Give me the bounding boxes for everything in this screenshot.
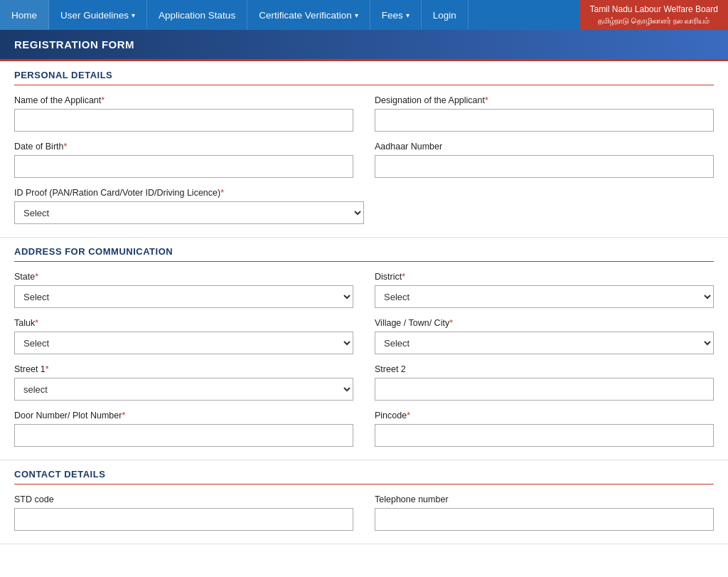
taluk-village-row: Taluk* Select Village / Town/ City* Sele… (14, 318, 714, 354)
taluk-select[interactable]: Select (14, 332, 353, 354)
nav-user-guidelines-label: User Guidelines (60, 10, 129, 21)
id-proof-select[interactable]: Select (14, 201, 364, 224)
aadhaar-label: Aadhaar Number (375, 142, 714, 152)
nav-home[interactable]: Home (0, 0, 49, 30)
taluk-group: Taluk* Select (14, 318, 353, 354)
contact-title: CONTACT DETAILS (14, 469, 714, 485)
std-label: STD code (14, 494, 353, 504)
nav-fees-label: Fees (382, 10, 403, 21)
designation-label: Designation of the Applicant* (375, 95, 714, 105)
dob-aadhaar-row: Date of Birth* Aadhaar Number (14, 142, 714, 178)
personal-details-section: PERSONAL DETAILS Name of the Applicant* … (0, 61, 728, 238)
chevron-down-icon: ▾ (355, 11, 358, 19)
district-label: District* (375, 272, 714, 282)
designation-group: Designation of the Applicant* (375, 95, 714, 132)
form-header: REGISTRATION FORM (0, 30, 728, 61)
pincode-label: Pincode* (375, 411, 714, 420)
street2-group: Street 2 (375, 364, 714, 401)
street1-label: Street 1* (14, 364, 353, 374)
id-proof-row: ID Proof (PAN/Ration Card/Voter ID/Drivi… (14, 188, 714, 224)
dob-group: Date of Birth* (14, 142, 353, 178)
address-title: ADDRESS FOR COMMUNICATION (14, 246, 714, 262)
pincode-input[interactable] (375, 424, 714, 447)
nav-application-status-label: Application Status (159, 10, 235, 21)
nav-home-label: Home (11, 10, 37, 21)
dob-label: Date of Birth* (14, 142, 353, 152)
chevron-down-icon: ▾ (132, 11, 135, 19)
form-header-title: REGISTRATION FORM (14, 38, 134, 51)
nav-certificate-verification[interactable]: Certificate Verification ▾ (247, 0, 370, 30)
state-district-row: State* Select District* Select (14, 272, 714, 308)
district-select[interactable]: Select (375, 285, 714, 308)
name-designation-row: Name of the Applicant* Designation of th… (14, 95, 714, 132)
state-label: State* (14, 272, 353, 282)
nav-application-status[interactable]: Application Status (147, 0, 247, 30)
main-nav: Home User Guidelines ▾ Application Statu… (0, 0, 728, 30)
chevron-down-icon: ▾ (406, 11, 410, 19)
nav-user-guidelines[interactable]: User Guidelines ▾ (49, 0, 147, 30)
taluk-label: Taluk* (14, 318, 353, 328)
district-group: District* Select (375, 272, 714, 308)
contact-section: CONTACT DETAILS STD code Telephone numbe… (0, 460, 728, 544)
nav-login[interactable]: Login (422, 0, 469, 30)
aadhaar-group: Aadhaar Number (375, 142, 714, 178)
name-group: Name of the Applicant* (14, 95, 353, 132)
id-proof-group: ID Proof (PAN/Ration Card/Voter ID/Drivi… (14, 188, 364, 224)
address-section: ADDRESS FOR COMMUNICATION State* Select … (0, 238, 728, 460)
door-pincode-row: Door Number/ Plot Number* Pincode* (14, 411, 714, 447)
id-proof-label: ID Proof (PAN/Ration Card/Voter ID/Drivi… (14, 188, 364, 198)
brand-name-tamil: தமிழ்நாடு தொழிலாளர் நல வாரியம் (589, 16, 718, 26)
pincode-group: Pincode* (375, 411, 714, 447)
dob-input[interactable] (14, 155, 353, 178)
street2-label: Street 2 (375, 364, 714, 374)
village-label: Village / Town/ City* (375, 318, 714, 328)
nav-login-label: Login (433, 10, 456, 21)
street1-select[interactable]: select (14, 378, 353, 401)
std-input[interactable] (14, 508, 353, 531)
brand-name-english: Tamil Nadu Labour Welfare Board (589, 4, 718, 16)
village-group: Village / Town/ City* Select (375, 318, 714, 354)
name-input[interactable] (14, 109, 353, 132)
street1-group: Street 1* select (14, 364, 353, 401)
aadhaar-input[interactable] (375, 155, 714, 178)
nav-certificate-verification-label: Certificate Verification (259, 10, 352, 21)
std-group: STD code (14, 494, 353, 531)
village-select[interactable]: Select (375, 332, 714, 354)
nav-fees[interactable]: Fees ▾ (370, 0, 422, 30)
telephone-group: Telephone number (375, 494, 714, 531)
door-label: Door Number/ Plot Number* (14, 411, 353, 420)
state-group: State* Select (14, 272, 353, 308)
telephone-input[interactable] (375, 508, 714, 531)
street2-input[interactable] (375, 378, 714, 401)
door-group: Door Number/ Plot Number* (14, 411, 353, 447)
nav-brand: Tamil Nadu Labour Welfare Board தமிழ்நாட… (579, 0, 728, 30)
personal-details-title: PERSONAL DETAILS (14, 70, 714, 85)
address-title-text: ADDRESS FOR COMMUNICATION (14, 246, 173, 257)
contact-title-text: CONTACT DETAILS (14, 469, 105, 480)
std-telephone-row: STD code Telephone number (14, 494, 714, 531)
personal-title-text: PERSONAL DETAILS (14, 70, 112, 80)
name-label: Name of the Applicant* (14, 95, 353, 105)
telephone-label: Telephone number (375, 494, 714, 504)
street-row: Street 1* select Street 2 (14, 364, 714, 401)
state-select[interactable]: Select (14, 285, 353, 308)
door-input[interactable] (14, 424, 353, 447)
designation-input[interactable] (375, 109, 714, 132)
